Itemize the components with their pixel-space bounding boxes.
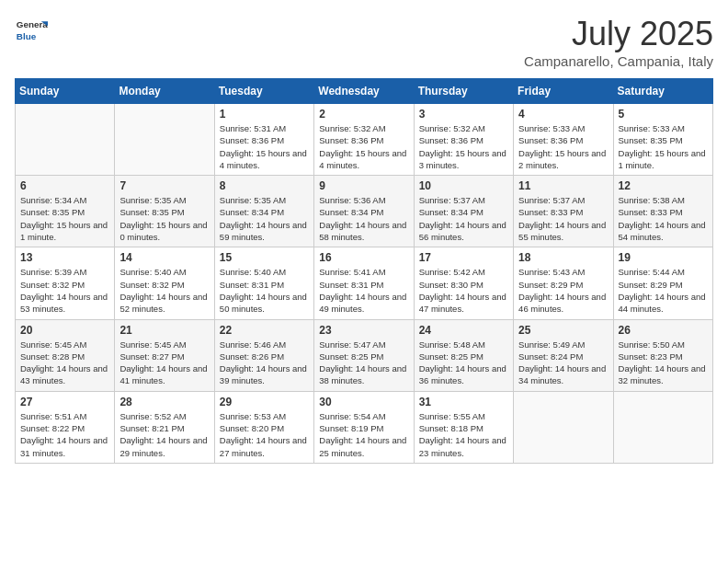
day-info: Sunrise: 5:45 AM Sunset: 8:28 PM Dayligh… [20,339,109,387]
calendar-cell: 6Sunrise: 5:34 AM Sunset: 8:35 PM Daylig… [16,176,115,247]
calendar-cell: 3Sunrise: 5:32 AM Sunset: 8:36 PM Daylig… [414,104,513,176]
day-info: Sunrise: 5:42 AM Sunset: 8:30 PM Dayligh… [419,266,508,315]
logo-icon: General Blue [15,15,48,48]
week-row-4: 20Sunrise: 5:45 AM Sunset: 8:28 PM Dayli… [16,319,713,391]
day-info: Sunrise: 5:44 AM Sunset: 8:29 PM Dayligh… [619,266,708,315]
day-number: 18 [518,251,608,264]
calendar-cell: 15Sunrise: 5:40 AM Sunset: 8:31 PM Dayli… [214,247,313,319]
calendar-cell: 7Sunrise: 5:35 AM Sunset: 8:35 PM Daylig… [115,176,214,247]
day-number: 3 [419,108,508,121]
day-header-friday: Friday [514,79,613,104]
day-number: 4 [518,108,608,121]
day-number: 30 [319,396,408,408]
day-header-wednesday: Wednesday [314,79,414,104]
day-number: 24 [419,324,508,337]
day-number: 19 [619,251,708,264]
day-number: 28 [119,396,209,408]
calendar-cell [613,391,712,463]
header: General Blue July 2025 Campanarello, Cam… [15,15,713,69]
calendar-cell [16,104,115,176]
day-number: 8 [220,179,309,192]
day-info: Sunrise: 5:45 AM Sunset: 8:27 PM Dayligh… [119,339,209,387]
calendar-cell: 23Sunrise: 5:47 AM Sunset: 8:25 PM Dayli… [314,319,414,391]
location-subtitle: Campanarello, Campania, Italy [524,53,713,69]
day-info: Sunrise: 5:40 AM Sunset: 8:32 PM Dayligh… [119,266,209,315]
day-info: Sunrise: 5:54 AM Sunset: 8:19 PM Dayligh… [319,410,408,459]
day-info: Sunrise: 5:35 AM Sunset: 8:34 PM Dayligh… [220,194,309,243]
day-info: Sunrise: 5:52 AM Sunset: 8:21 PM Dayligh… [119,410,209,459]
day-info: Sunrise: 5:53 AM Sunset: 8:20 PM Dayligh… [220,410,309,459]
week-row-2: 6Sunrise: 5:34 AM Sunset: 8:35 PM Daylig… [16,176,713,247]
day-number: 11 [518,179,608,192]
day-number: 17 [419,251,508,264]
calendar-cell: 4Sunrise: 5:33 AM Sunset: 8:36 PM Daylig… [514,104,613,176]
calendar-cell: 14Sunrise: 5:40 AM Sunset: 8:32 PM Dayli… [115,247,214,319]
day-info: Sunrise: 5:36 AM Sunset: 8:34 PM Dayligh… [319,194,408,243]
day-info: Sunrise: 5:39 AM Sunset: 8:32 PM Dayligh… [20,266,109,315]
calendar-cell: 21Sunrise: 5:45 AM Sunset: 8:27 PM Dayli… [115,319,214,391]
day-number: 9 [319,179,408,192]
day-number: 21 [119,324,209,337]
day-number: 14 [119,251,209,264]
day-info: Sunrise: 5:33 AM Sunset: 8:36 PM Dayligh… [518,122,608,171]
calendar-cell: 29Sunrise: 5:53 AM Sunset: 8:20 PM Dayli… [214,391,313,463]
day-info: Sunrise: 5:37 AM Sunset: 8:33 PM Dayligh… [518,194,608,243]
day-info: Sunrise: 5:31 AM Sunset: 8:36 PM Dayligh… [220,122,309,171]
day-header-saturday: Saturday [613,79,712,104]
day-header-monday: Monday [115,79,214,104]
day-number: 20 [20,324,109,337]
calendar-cell: 8Sunrise: 5:35 AM Sunset: 8:34 PM Daylig… [214,176,313,247]
day-number: 23 [319,324,408,337]
day-number: 22 [220,324,309,337]
day-number: 15 [220,251,309,264]
calendar-cell: 10Sunrise: 5:37 AM Sunset: 8:34 PM Dayli… [414,176,513,247]
week-row-5: 27Sunrise: 5:51 AM Sunset: 8:22 PM Dayli… [16,391,713,463]
calendar-cell: 12Sunrise: 5:38 AM Sunset: 8:33 PM Dayli… [613,176,712,247]
calendar-cell [514,391,613,463]
day-number: 16 [319,251,408,264]
title-area: July 2025 Campanarello, Campania, Italy [524,15,713,69]
day-info: Sunrise: 5:32 AM Sunset: 8:36 PM Dayligh… [419,122,508,171]
days-of-week-row: SundayMondayTuesdayWednesdayThursdayFrid… [16,79,713,104]
calendar-header: SundayMondayTuesdayWednesdayThursdayFrid… [16,79,713,104]
day-number: 10 [419,179,508,192]
calendar-cell: 11Sunrise: 5:37 AM Sunset: 8:33 PM Dayli… [514,176,613,247]
calendar-cell: 1Sunrise: 5:31 AM Sunset: 8:36 PM Daylig… [214,104,313,176]
calendar-cell: 30Sunrise: 5:54 AM Sunset: 8:19 PM Dayli… [314,391,414,463]
calendar-cell [115,104,214,176]
svg-text:General: General [17,19,48,29]
calendar-cell: 2Sunrise: 5:32 AM Sunset: 8:36 PM Daylig… [314,104,414,176]
day-info: Sunrise: 5:37 AM Sunset: 8:34 PM Dayligh… [419,194,508,243]
week-row-3: 13Sunrise: 5:39 AM Sunset: 8:32 PM Dayli… [16,247,713,319]
day-number: 27 [20,396,109,408]
calendar-cell: 26Sunrise: 5:50 AM Sunset: 8:23 PM Dayli… [613,319,712,391]
day-info: Sunrise: 5:41 AM Sunset: 8:31 PM Dayligh… [319,266,408,315]
calendar-cell: 17Sunrise: 5:42 AM Sunset: 8:30 PM Dayli… [414,247,513,319]
day-header-thursday: Thursday [414,79,513,104]
month-year-title: July 2025 [524,15,713,53]
day-info: Sunrise: 5:33 AM Sunset: 8:35 PM Dayligh… [619,122,708,171]
day-number: 13 [20,251,109,264]
calendar-cell: 24Sunrise: 5:48 AM Sunset: 8:25 PM Dayli… [414,319,513,391]
day-number: 31 [419,396,508,408]
day-info: Sunrise: 5:32 AM Sunset: 8:36 PM Dayligh… [319,122,408,171]
calendar-cell: 18Sunrise: 5:43 AM Sunset: 8:29 PM Dayli… [514,247,613,319]
day-info: Sunrise: 5:49 AM Sunset: 8:24 PM Dayligh… [518,339,608,387]
svg-text:Blue: Blue [17,31,37,41]
calendar-cell: 27Sunrise: 5:51 AM Sunset: 8:22 PM Dayli… [16,391,115,463]
calendar-cell: 20Sunrise: 5:45 AM Sunset: 8:28 PM Dayli… [16,319,115,391]
calendar-body: 1Sunrise: 5:31 AM Sunset: 8:36 PM Daylig… [16,104,713,464]
day-info: Sunrise: 5:51 AM Sunset: 8:22 PM Dayligh… [20,410,109,459]
day-info: Sunrise: 5:43 AM Sunset: 8:29 PM Dayligh… [518,266,608,315]
day-number: 2 [319,108,408,121]
calendar-cell: 9Sunrise: 5:36 AM Sunset: 8:34 PM Daylig… [314,176,414,247]
day-info: Sunrise: 5:48 AM Sunset: 8:25 PM Dayligh… [419,339,508,387]
day-info: Sunrise: 5:40 AM Sunset: 8:31 PM Dayligh… [220,266,309,315]
day-info: Sunrise: 5:47 AM Sunset: 8:25 PM Dayligh… [319,339,408,387]
calendar-cell: 13Sunrise: 5:39 AM Sunset: 8:32 PM Dayli… [16,247,115,319]
day-number: 6 [20,179,109,192]
calendar-cell: 22Sunrise: 5:46 AM Sunset: 8:26 PM Dayli… [214,319,313,391]
day-number: 7 [119,179,209,192]
day-number: 25 [518,324,608,337]
calendar-cell: 5Sunrise: 5:33 AM Sunset: 8:35 PM Daylig… [613,104,712,176]
